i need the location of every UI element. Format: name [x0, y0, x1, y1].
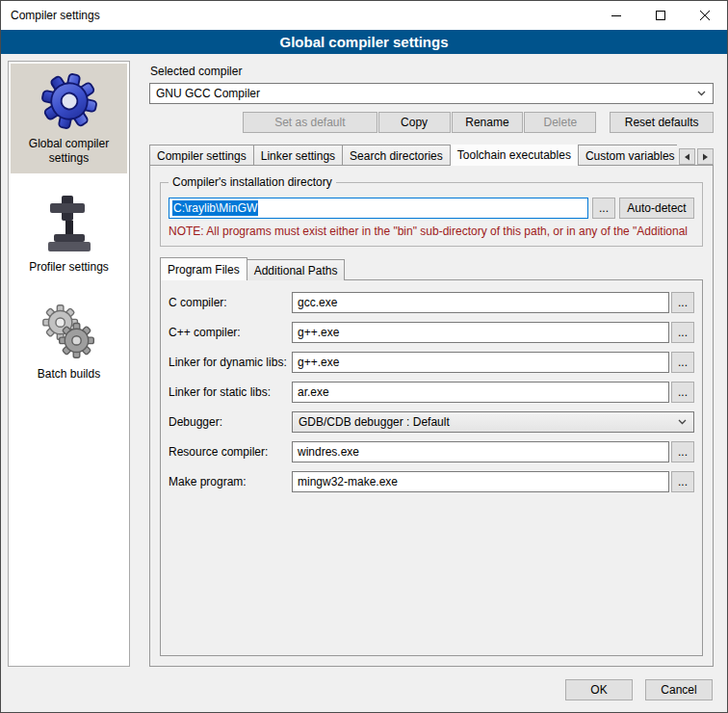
c-compiler-input[interactable]: gcc.exe — [292, 292, 669, 313]
minimize-button[interactable] — [594, 1, 638, 30]
inner-tabstrip: Program Files Additional Paths — [160, 259, 703, 280]
linker-dynamic-value: g++.exe — [298, 356, 339, 369]
chevron-down-icon — [678, 419, 687, 425]
compiler-settings-window: Compiler settings Global compiler settin… — [0, 0, 728, 713]
copy-button[interactable]: Copy — [378, 112, 451, 133]
cancel-button[interactable]: Cancel — [645, 679, 713, 700]
installation-directory-row: C:\raylib\MinGW ... Auto-detect — [169, 198, 694, 219]
window-controls — [594, 1, 727, 30]
main-panel: Selected compiler GNU GCC Compiler Set a… — [140, 61, 720, 667]
toolchain-executables-panel: Compiler's installation directory C:\ray… — [149, 165, 714, 667]
sidebar-item-global-compiler-settings[interactable]: Global compiler settings — [11, 64, 127, 173]
dialog-footer: OK Cancel — [1, 673, 727, 712]
make-program-browse-button[interactable]: ... — [671, 471, 694, 492]
maximize-button[interactable] — [638, 1, 683, 30]
c-compiler-browse-button[interactable]: ... — [671, 292, 694, 313]
make-program-value: mingw32-make.exe — [298, 475, 398, 489]
compiler-select-value: GNU GCC Compiler — [156, 87, 697, 100]
cpp-compiler-input[interactable]: g++.exe — [292, 322, 669, 343]
set-as-default-button[interactable]: Set as default — [243, 112, 377, 133]
compiler-select[interactable]: GNU GCC Compiler — [149, 83, 714, 104]
tab-toolchain-executables[interactable]: Toolchain executables — [450, 145, 579, 166]
debugger-select[interactable]: GDB/CDB debugger : Default — [292, 411, 694, 433]
linker-dynamic-input[interactable]: g++.exe — [292, 352, 669, 373]
resource-compiler-value: windres.exe — [298, 445, 359, 459]
titlebar[interactable]: Compiler settings — [1, 1, 727, 30]
installation-directory-value: C:\raylib\MinGW — [172, 200, 258, 216]
tabstrip: Compiler settings Linker settings Search… — [149, 145, 714, 166]
sidebar-item-label: Profiler settings — [29, 260, 109, 275]
auto-detect-button[interactable]: Auto-detect — [619, 198, 694, 219]
tab-search-directories[interactable]: Search directories — [342, 145, 451, 166]
field-row: Resource compiler: windres.exe ... — [169, 441, 694, 462]
cpp-compiler-value: g++.exe — [298, 326, 339, 339]
tab-scroll-buttons — [679, 148, 714, 165]
installation-directory-browse-button[interactable]: ... — [592, 198, 615, 219]
dialog-header: Global compiler settings — [1, 30, 727, 54]
linker-dynamic-browse-button[interactable]: ... — [671, 352, 694, 373]
field-row: Debugger: GDB/CDB debugger : Default — [169, 411, 694, 433]
resource-compiler-input[interactable]: windres.exe — [292, 441, 669, 462]
scroll-left-icon — [684, 153, 690, 161]
field-row: C++ compiler: g++.exe ... — [169, 322, 694, 343]
ok-button[interactable]: OK — [565, 679, 633, 700]
tabs-scroll-area: Compiler settings Linker settings Search… — [149, 145, 677, 166]
minimize-icon — [611, 11, 621, 20]
field-row: C compiler: gcc.exe ... — [169, 292, 694, 313]
c-compiler-label: C compiler: — [169, 296, 292, 309]
installation-directory-group-title: Compiler's installation directory — [169, 175, 336, 189]
bin-subdirectory-note: NOTE: All programs must exist either in … — [169, 224, 694, 238]
resource-compiler-browse-button[interactable]: ... — [671, 441, 694, 462]
tab-additional-paths[interactable]: Additional Paths — [247, 259, 346, 280]
linker-static-value: ar.exe — [298, 385, 329, 399]
tab-scroll-left-button[interactable] — [679, 148, 695, 165]
window-title: Compiler settings — [1, 9, 100, 22]
debugger-select-value: GDB/CDB debugger : Default — [299, 415, 678, 429]
gears-gray-icon — [40, 303, 98, 360]
cpp-compiler-browse-button[interactable]: ... — [671, 322, 694, 343]
linker-dynamic-label: Linker for dynamic libs: — [169, 356, 292, 369]
close-icon — [700, 11, 710, 20]
sidebar: Global compiler settings Profiler settin… — [8, 61, 130, 667]
gear-blue-icon — [40, 72, 98, 130]
tab-custom-variables[interactable]: Custom variables — [578, 145, 677, 166]
program-files-panel: C compiler: gcc.exe ... C++ compiler: g+… — [160, 279, 703, 656]
sidebar-item-label: Global compiler settings — [13, 137, 125, 166]
dialog-body: Global compiler settings Profiler settin… — [1, 54, 727, 673]
sidebar-item-label: Batch builds — [38, 367, 100, 382]
linker-static-input[interactable]: ar.exe — [292, 382, 669, 403]
resource-compiler-label: Resource compiler: — [169, 445, 292, 459]
sidebar-item-batch-builds[interactable]: Batch builds — [11, 294, 127, 389]
make-program-input[interactable]: mingw32-make.exe — [292, 471, 669, 492]
installation-directory-input[interactable]: C:\raylib\MinGW — [169, 198, 588, 219]
delete-button[interactable]: Delete — [524, 112, 596, 133]
sidebar-item-profiler-settings[interactable]: Profiler settings — [11, 185, 127, 282]
reset-defaults-button[interactable]: Reset defaults — [610, 112, 714, 133]
chevron-down-icon — [697, 91, 706, 96]
tab-scroll-right-button[interactable] — [697, 148, 714, 165]
field-row: Linker for dynamic libs: g++.exe ... — [169, 352, 694, 373]
linker-static-browse-button[interactable]: ... — [671, 382, 694, 403]
cpp-compiler-label: C++ compiler: — [169, 326, 292, 339]
tab-program-files[interactable]: Program Files — [160, 257, 247, 280]
profiler-tool-icon — [42, 194, 96, 253]
debugger-label: Debugger: — [169, 415, 292, 429]
linker-static-label: Linker for static libs: — [169, 385, 292, 399]
field-row: Linker for static libs: ar.exe ... — [169, 382, 694, 403]
selected-compiler-label: Selected compiler — [150, 65, 714, 78]
close-button[interactable] — [683, 1, 727, 30]
tab-linker-settings[interactable]: Linker settings — [253, 145, 343, 166]
compiler-buttons-row: Set as default Copy Rename Delete Reset … — [149, 112, 714, 133]
installation-directory-group: Compiler's installation directory C:\ray… — [160, 182, 703, 247]
c-compiler-value: gcc.exe — [298, 296, 337, 309]
maximize-icon — [656, 11, 665, 20]
scroll-right-icon — [702, 153, 709, 161]
field-row: Make program: mingw32-make.exe ... — [169, 471, 694, 492]
make-program-label: Make program: — [169, 475, 292, 489]
rename-button[interactable]: Rename — [452, 112, 524, 133]
tab-compiler-settings[interactable]: Compiler settings — [149, 145, 254, 166]
